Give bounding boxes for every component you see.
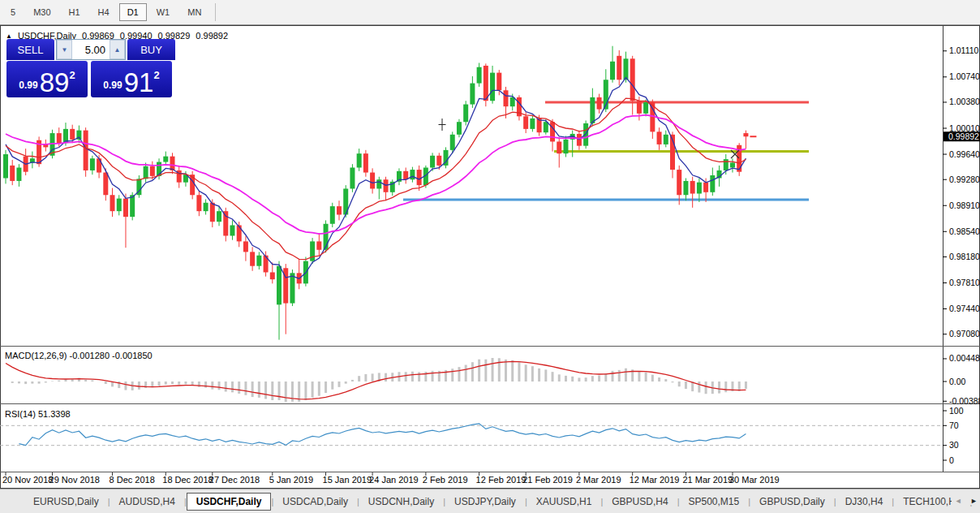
timeframe-button-mn[interactable]: MN xyxy=(179,3,209,21)
candle-body xyxy=(637,101,642,114)
chart-tab-gbpusd[interactable]: GBPUSD,Daily xyxy=(750,494,834,510)
candle-body xyxy=(403,171,408,179)
timeframe-button-5[interactable]: 5 xyxy=(2,3,24,21)
chart-tab-usdchf[interactable]: USDCHF,Daily xyxy=(187,493,272,511)
candle-body xyxy=(417,170,422,185)
date-tick-label: 12 Mar 2019 xyxy=(630,475,680,485)
macd-indicator-label: MACD(12,26,9) -0.001280 -0.001850 xyxy=(5,351,153,360)
candle-body xyxy=(243,241,248,252)
chart-tab-xauusd[interactable]: XAUUSD,H1 xyxy=(527,494,601,510)
sell-price-block[interactable]: 0.99 89 2 xyxy=(6,61,88,97)
current-price-tag xyxy=(943,131,980,141)
candle-body xyxy=(457,122,462,135)
buy-price-block[interactable]: 0.99 91 2 xyxy=(91,61,172,97)
candle-body xyxy=(470,84,475,105)
chart-tab-usdcad[interactable]: USDCAD,Daily xyxy=(273,494,357,510)
candle-body xyxy=(190,175,195,195)
tab-scroll-arrows: ◄ ► xyxy=(952,497,978,505)
timeframe-button-h1[interactable]: H1 xyxy=(61,3,88,21)
tab-scroll-left-icon[interactable]: ◄ xyxy=(955,497,962,505)
candle-body xyxy=(630,58,635,101)
candle-body xyxy=(130,195,135,217)
volume-decrease-icon[interactable]: ▼ xyxy=(57,40,72,59)
price-tick-label: 0.98180 xyxy=(949,252,980,261)
ma-mid-line xyxy=(6,98,746,260)
candle-body xyxy=(384,179,389,192)
date-tick-label: 24 Jan 2019 xyxy=(369,475,419,485)
candle-body xyxy=(3,154,8,178)
price-tick-label: 0.98540 xyxy=(949,226,980,236)
candle-body xyxy=(84,131,88,170)
macd-axis-label: 0.00 xyxy=(949,377,966,386)
date-tick-label: 2 Feb 2019 xyxy=(423,475,468,485)
candle-body xyxy=(530,119,535,129)
candle-body xyxy=(277,266,282,305)
price-tick-label: 1.00010 xyxy=(949,123,980,133)
mt4-terminal: 5M30H1H4D1W1MN 1.011101.007401.003801.00… xyxy=(0,0,980,513)
chart-tab-sp500[interactable]: SP500,M15 xyxy=(680,494,749,510)
candle-body xyxy=(350,167,355,188)
price-tick-label: 1.01110 xyxy=(949,45,979,55)
timeframe-button-w1[interactable]: W1 xyxy=(148,3,178,21)
candle-body xyxy=(163,157,168,162)
date-tick-label: 8 Dec 2018 xyxy=(110,475,155,485)
sell-button[interactable]: SELL xyxy=(6,39,54,60)
date-axis: 20 Nov 201829 Nov 20188 Dec 201818 Dec 2… xyxy=(2,472,780,485)
chart-window[interactable]: 1.011101.007401.003801.000100.996400.992… xyxy=(0,25,980,489)
candle-body xyxy=(590,97,595,123)
chart-tab-usdjpy[interactable]: USDJPY,Daily xyxy=(445,494,525,510)
candle-body xyxy=(577,134,582,146)
rsi-axis-label: 30 xyxy=(949,440,959,450)
timeframe-button-h4[interactable]: H4 xyxy=(90,3,118,21)
chart-tab-gbpusd[interactable]: GBPUSD,H4 xyxy=(603,494,677,510)
candle-body xyxy=(237,225,242,241)
macd-signal-line xyxy=(6,361,746,399)
candle-body xyxy=(444,150,449,166)
candle-body xyxy=(337,206,342,214)
candle-body xyxy=(303,261,308,284)
price-tick-label: 0.98910 xyxy=(949,200,980,210)
candle-body xyxy=(76,131,81,140)
candle-body xyxy=(683,181,688,195)
buy-price-pips: 91 xyxy=(124,71,154,95)
candle-body xyxy=(30,158,35,162)
rsi-indicator-label: RSI(14) 51.3398 xyxy=(5,409,71,419)
candle-body xyxy=(144,166,148,179)
candle-body xyxy=(290,273,294,303)
candle-body xyxy=(297,273,302,283)
candle-body xyxy=(357,153,362,167)
volume-input[interactable] xyxy=(72,40,110,59)
candle-body xyxy=(177,170,182,183)
candle-body xyxy=(330,206,335,224)
candle-body xyxy=(623,58,628,80)
timeframe-button-d1[interactable]: D1 xyxy=(119,3,147,21)
candle-body xyxy=(450,135,455,150)
candle-body xyxy=(264,256,269,273)
candle-body xyxy=(250,252,255,265)
candle-body xyxy=(643,102,648,114)
candle-body xyxy=(517,97,522,116)
candle-body xyxy=(484,66,488,101)
timeframe-button-m30[interactable]: M30 xyxy=(25,3,58,21)
candle-body xyxy=(583,123,588,146)
candle-body xyxy=(37,140,41,164)
date-tick-label: 21 Mar 2019 xyxy=(682,475,733,485)
date-tick-label: 18 Dec 2018 xyxy=(162,475,213,485)
chart-tab-usdcnh[interactable]: USDCNH,Daily xyxy=(359,494,443,510)
sell-price-point: 2 xyxy=(69,69,75,81)
candle-body xyxy=(423,167,428,185)
chart-tab-eurusd[interactable]: EURUSD,Daily xyxy=(24,494,108,510)
current-price-tag-label: 0.99892 xyxy=(948,131,979,141)
candle-body xyxy=(523,116,528,129)
candle-body xyxy=(217,211,221,222)
candle-body xyxy=(97,158,101,172)
price-axis: 1.011101.007401.003801.000100.996400.992… xyxy=(943,45,980,338)
candle-body xyxy=(397,171,402,182)
chart-tab-audusd[interactable]: AUDUSD,H4 xyxy=(110,494,184,510)
buy-button[interactable]: BUY xyxy=(127,39,175,60)
date-tick-label: 21 Feb 2019 xyxy=(522,475,573,485)
chart-tab-dj30[interactable]: DJ30,H4 xyxy=(836,494,892,510)
volume-increase-icon[interactable]: ▲ xyxy=(110,40,125,59)
tab-scroll-right-icon[interactable]: ► xyxy=(970,497,978,505)
date-tick-label: 5 Jan 2019 xyxy=(269,475,313,485)
